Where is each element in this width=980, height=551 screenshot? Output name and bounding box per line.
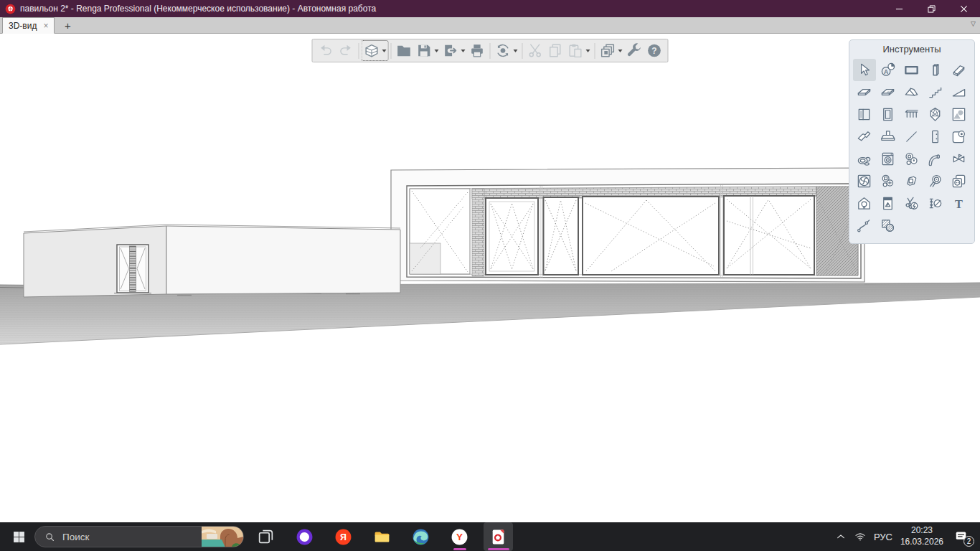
toolbar-cut-button[interactable] <box>526 41 545 60</box>
tool-door[interactable] <box>877 103 900 126</box>
tool-pipe-accessory[interactable] <box>948 148 971 170</box>
toolbar-orbit-button[interactable] <box>494 41 519 60</box>
tool-floor-opening[interactable] <box>877 81 900 103</box>
taskbar-apps: ЯY <box>251 522 513 551</box>
arrange-dropdown-arrow[interactable] <box>617 42 623 60</box>
tool-floor[interactable] <box>853 81 876 103</box>
edge-icon <box>412 528 430 546</box>
view-icon <box>951 128 967 145</box>
toolbar-save-button[interactable] <box>415 41 440 60</box>
wifi-icon[interactable] <box>854 531 866 542</box>
tool-hatch[interactable] <box>877 215 900 237</box>
tool-text[interactable]: T <box>948 192 971 215</box>
tool-plumbing-fixture[interactable] <box>853 148 876 170</box>
tool-window[interactable] <box>853 103 876 126</box>
tool-select[interactable] <box>853 59 876 81</box>
search-highlight-image[interactable] <box>202 526 243 547</box>
svg-text:A: A <box>884 68 888 75</box>
tool-duct-equipment[interactable] <box>900 170 923 192</box>
taskbar-app-task-view[interactable] <box>251 522 281 551</box>
tool-stair[interactable] <box>924 81 947 103</box>
restore-button[interactable] <box>915 0 948 17</box>
viewport-3d[interactable]: ? Инструменты AT <box>0 34 980 522</box>
entrance-door <box>114 245 151 293</box>
tool-plate[interactable] <box>853 126 876 148</box>
tool-wall[interactable] <box>900 59 923 81</box>
plumbing-fixture-icon <box>856 151 872 167</box>
tool-railing[interactable] <box>900 103 923 126</box>
taskbar-app-yandex-browser[interactable]: Y <box>445 522 474 551</box>
tool-route[interactable] <box>853 215 876 237</box>
tool-roof[interactable] <box>900 81 923 103</box>
tool-equipment[interactable] <box>877 148 900 170</box>
tool-fan[interactable] <box>853 170 876 192</box>
toolbar-separator <box>522 43 523 59</box>
tool-wiring[interactable] <box>900 192 923 215</box>
tool-assembly[interactable] <box>948 103 971 126</box>
window-4 <box>724 196 814 275</box>
taskbar-app-yandex[interactable]: Я <box>329 522 358 551</box>
tool-socket[interactable] <box>948 170 971 192</box>
search-input[interactable]: Поиск <box>34 526 244 547</box>
view-cube-dropdown-arrow[interactable] <box>381 42 387 60</box>
svg-text:Y: Y <box>456 532 463 542</box>
toolbar-export-button[interactable] <box>441 41 467 60</box>
add-tab-button[interactable]: + <box>59 18 76 32</box>
tool-air-duct[interactable] <box>924 170 947 192</box>
tray-chevron-icon[interactable] <box>835 531 847 542</box>
tool-axis[interactable] <box>900 126 923 148</box>
main-toolbar: ? <box>312 39 669 62</box>
pipe-fitting-icon <box>903 151 920 167</box>
tab-3d-view[interactable]: 3D-вид × <box>2 17 55 34</box>
tool-pipe-fitting[interactable] <box>900 148 923 170</box>
close-button[interactable] <box>948 0 980 17</box>
tool-light-fixture[interactable] <box>853 192 876 215</box>
toolbar-open-button[interactable] <box>395 41 414 60</box>
save-dropdown-arrow[interactable] <box>433 42 440 60</box>
tool-ramp[interactable] <box>948 81 971 103</box>
tool-electrical-panel[interactable] <box>877 192 900 215</box>
paste-dropdown-arrow[interactable] <box>585 42 591 60</box>
start-button[interactable] <box>4 522 33 551</box>
minimize-button[interactable] <box>883 0 915 17</box>
tool-column[interactable] <box>924 59 947 81</box>
toolbar-view-cube-button[interactable] <box>362 41 388 60</box>
window-1 <box>486 198 538 275</box>
taskbar-app-edge[interactable] <box>406 522 435 551</box>
notification-badge: 2 <box>963 536 974 547</box>
toolbar-copy-button[interactable] <box>546 41 565 60</box>
tool-panel[interactable] <box>924 126 947 148</box>
air-duct-icon <box>927 173 943 189</box>
tool-element[interactable] <box>924 103 947 126</box>
tool-beam[interactable] <box>948 59 971 81</box>
tools-panel: Инструменты AT <box>849 39 975 244</box>
export-dropdown-arrow[interactable] <box>460 42 466 60</box>
toolbar-paste-button[interactable] <box>566 41 592 60</box>
toolbar-undo-button[interactable] <box>316 41 336 60</box>
window-2 <box>544 197 579 275</box>
tool-foundation[interactable] <box>877 126 900 148</box>
toolbar-redo-button[interactable] <box>336 41 356 60</box>
tool-measure[interactable]: A <box>877 59 900 81</box>
tool-view[interactable] <box>948 126 971 148</box>
taskbar-app-alisa[interactable] <box>290 522 319 551</box>
clock[interactable]: 20:23 16.03.2026 <box>900 525 943 547</box>
toolbar-help-button[interactable]: ? <box>645 41 664 60</box>
tool-duct-fitting[interactable] <box>877 170 900 192</box>
tab-close-icon[interactable]: × <box>43 22 48 30</box>
orbit-dropdown-arrow[interactable] <box>512 42 519 60</box>
taskbar-app-renga[interactable] <box>484 522 513 551</box>
building-annex[interactable] <box>24 225 400 297</box>
toolbar-arrange-button[interactable] <box>598 41 624 60</box>
building-pavilion[interactable] <box>391 168 864 282</box>
tool-dimension[interactable] <box>924 192 947 215</box>
language-indicator[interactable]: РУС <box>874 532 892 542</box>
taskbar-app-explorer[interactable] <box>367 522 397 551</box>
tool-pipe[interactable] <box>924 148 947 170</box>
tab-overflow-icon[interactable]: ▽ <box>971 20 976 27</box>
notification-button[interactable]: 2 <box>954 529 969 544</box>
svg-text:T: T <box>955 197 963 211</box>
toolbar-print-button[interactable] <box>468 41 487 60</box>
electrical-panel-icon <box>880 195 896 212</box>
toolbar-settings-button[interactable] <box>625 41 644 60</box>
